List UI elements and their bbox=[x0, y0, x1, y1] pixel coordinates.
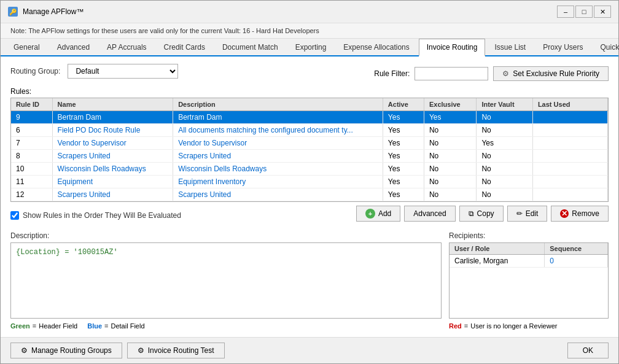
table-header-row: Rule ID Name Description Active Exclusiv… bbox=[11, 98, 608, 111]
legend: Green = Header Field Blue = Detail Field bbox=[10, 322, 442, 330]
table-row[interactable]: 8 Scrapers United Scrapers United Yes No… bbox=[11, 150, 608, 163]
show-rules-order-label: Show Rules in the Order They Will Be Eva… bbox=[23, 211, 181, 220]
cell-rule-id: 10 bbox=[11, 163, 52, 176]
cell-exclusive: No bbox=[424, 137, 476, 150]
advanced-button[interactable]: Advanced bbox=[404, 206, 455, 222]
restore-button[interactable]: □ bbox=[575, 6, 593, 18]
recipients-table: User / Role Sequence Carlisle, Morgan 0 bbox=[450, 243, 608, 268]
cell-last-used bbox=[532, 150, 607, 163]
tab-invoice-routing[interactable]: Invoice Routing bbox=[419, 39, 486, 56]
tab-quick-notes[interactable]: Quick Notes bbox=[593, 39, 620, 55]
cell-exclusive: No bbox=[424, 188, 476, 201]
cell-last-used bbox=[532, 111, 607, 124]
minimize-button[interactable]: – bbox=[557, 6, 574, 18]
cell-name: Scrapers United bbox=[52, 150, 173, 163]
col-sequence: Sequence bbox=[545, 243, 608, 255]
rule-filter-area: Rule Filter: ⚙ Set Exclusive Rule Priori… bbox=[374, 66, 609, 81]
table-row[interactable]: 6 Field PO Doc Route Rule All documents … bbox=[11, 124, 608, 137]
tab-expense-allocations[interactable]: Expense Allocations bbox=[335, 39, 417, 55]
table-row[interactable]: 12 Scarpers United Scarpers United Yes N… bbox=[11, 188, 608, 201]
rules-table: Rule ID Name Description Active Exclusiv… bbox=[11, 98, 608, 201]
rule-filter-input[interactable] bbox=[415, 67, 488, 80]
title-bar-left: 🔑 Manage APFlow™ bbox=[8, 7, 84, 17]
tab-document-match[interactable]: Document Match bbox=[214, 39, 286, 55]
cell-rule-id: 8 bbox=[11, 150, 52, 163]
cell-active: Yes bbox=[383, 124, 424, 137]
main-content: Routing Group: Default Rule Filter: ⚙ Se… bbox=[1, 56, 618, 337]
cell-inter-vault: No bbox=[477, 163, 533, 176]
legend-blue-text: Detail Field bbox=[111, 322, 145, 330]
col-rule-id: Rule ID bbox=[11, 98, 52, 111]
show-rules-order-checkbox-row: Show Rules in the Order They Will Be Eva… bbox=[10, 211, 181, 220]
cell-rule-id: 11 bbox=[11, 176, 52, 188]
cell-exclusive: No bbox=[424, 163, 476, 176]
red-legend-equals: = bbox=[464, 322, 468, 330]
tab-credit-cards[interactable]: Credit Cards bbox=[156, 39, 213, 55]
col-exclusive: Exclusive bbox=[424, 98, 476, 111]
cell-inter-vault: No bbox=[477, 188, 533, 201]
cell-description: Bertram Dam bbox=[173, 111, 383, 124]
tab-issue-list[interactable]: Issue List bbox=[486, 39, 534, 55]
add-button[interactable]: + Add bbox=[356, 206, 400, 222]
cell-name: Vendor to Supervisor bbox=[52, 137, 173, 150]
tab-advanced[interactable]: Advanced bbox=[49, 39, 98, 55]
cell-rule-id: 6 bbox=[11, 124, 52, 137]
copy-icon: ⧉ bbox=[469, 209, 474, 218]
cell-inter-vault: No bbox=[477, 124, 533, 137]
cell-rule-id: 9 bbox=[11, 111, 52, 124]
cell-description: Scrapers United bbox=[173, 150, 383, 163]
legend-blue-item: Blue = Detail Field bbox=[87, 322, 144, 330]
cell-description: Vendor to Supervisor bbox=[173, 137, 383, 150]
cell-description: Scarpers United bbox=[173, 188, 383, 201]
table-row[interactable]: 9 Bertram Dam Bertram Dam Yes Yes No bbox=[11, 111, 608, 124]
cell-user-role: Carlisle, Morgan bbox=[450, 255, 545, 268]
remove-button[interactable]: ✕ Remove bbox=[551, 206, 609, 222]
show-rules-order-checkbox[interactable] bbox=[10, 211, 19, 220]
red-legend-label: Red bbox=[449, 322, 462, 330]
tab-exporting[interactable]: Exporting bbox=[287, 39, 335, 55]
main-window: 🔑 Manage APFlow™ – □ ✕ Note: The APFlow … bbox=[0, 0, 619, 364]
edit-icon: ✏ bbox=[516, 209, 523, 218]
footer-left-buttons: ⚙ Manage Routing Groups ⚙ Invoice Routin… bbox=[10, 343, 225, 358]
routing-group-row: Routing Group: Default bbox=[10, 64, 178, 79]
invoice-routing-test-button[interactable]: ⚙ Invoice Routing Test bbox=[127, 343, 225, 358]
routing-group-select[interactable]: Default bbox=[68, 64, 178, 79]
footer: ⚙ Manage Routing Groups ⚙ Invoice Routin… bbox=[1, 337, 618, 363]
action-buttons: + Add Advanced ⧉ Copy ✏ Edit ✕ Remove bbox=[356, 206, 609, 222]
tab-bar: General Advanced AP Accruals Credit Card… bbox=[1, 39, 618, 56]
cell-active: Yes bbox=[383, 163, 424, 176]
legend-green-text: Header Field bbox=[39, 322, 77, 330]
copy-button[interactable]: ⧉ Copy bbox=[459, 206, 504, 222]
note-text: Note: The APFlow settings for these user… bbox=[10, 27, 319, 34]
cell-active: Yes bbox=[383, 188, 424, 201]
ok-button[interactable]: OK bbox=[567, 343, 609, 358]
description-textarea[interactable]: {Location} = '<span style="color:#c00;">… bbox=[10, 242, 442, 319]
window-title: Manage APFlow™ bbox=[23, 7, 84, 16]
close-button[interactable]: ✕ bbox=[594, 6, 611, 18]
cell-active: Yes bbox=[383, 137, 424, 150]
rule-filter-label: Rule Filter: bbox=[374, 69, 410, 78]
col-description: Description bbox=[173, 98, 383, 111]
edit-button[interactable]: ✏ Edit bbox=[507, 206, 548, 222]
cell-last-used bbox=[532, 163, 607, 176]
tab-proxy-users[interactable]: Proxy Users bbox=[535, 39, 591, 55]
table-row[interactable]: 11 Equipment Equipment Inventory Yes No … bbox=[11, 176, 608, 188]
tab-general[interactable]: General bbox=[6, 39, 48, 55]
description-label: Description: bbox=[10, 231, 442, 240]
tab-ap-accruals[interactable]: AP Accruals bbox=[99, 39, 154, 55]
gear-icon: ⚙ bbox=[502, 69, 509, 78]
cell-description: Equipment Inventory bbox=[173, 176, 383, 188]
rules-label: Rules: bbox=[10, 87, 609, 96]
bottom-section: Description: {Location} = '<span style="… bbox=[10, 231, 609, 330]
set-exclusive-rule-priority-button[interactable]: ⚙ Set Exclusive Rule Priority bbox=[493, 66, 609, 81]
cell-name: Wisconsin Dells Roadways bbox=[52, 163, 173, 176]
table-row[interactable]: 7 Vendor to Supervisor Vendor to Supervi… bbox=[11, 137, 608, 150]
manage-routing-groups-button[interactable]: ⚙ Manage Routing Groups bbox=[10, 343, 122, 358]
cell-inter-vault: Yes bbox=[477, 137, 533, 150]
table-row[interactable]: 10 Wisconsin Dells Roadways Wisconsin De… bbox=[11, 163, 608, 176]
cell-description: Wisconsin Dells Roadways bbox=[173, 163, 383, 176]
manage-routing-groups-gear-icon: ⚙ bbox=[21, 346, 28, 355]
cell-last-used bbox=[532, 188, 607, 201]
description-section: Description: {Location} = '<span style="… bbox=[10, 231, 442, 330]
cell-rule-id: 12 bbox=[11, 188, 52, 201]
